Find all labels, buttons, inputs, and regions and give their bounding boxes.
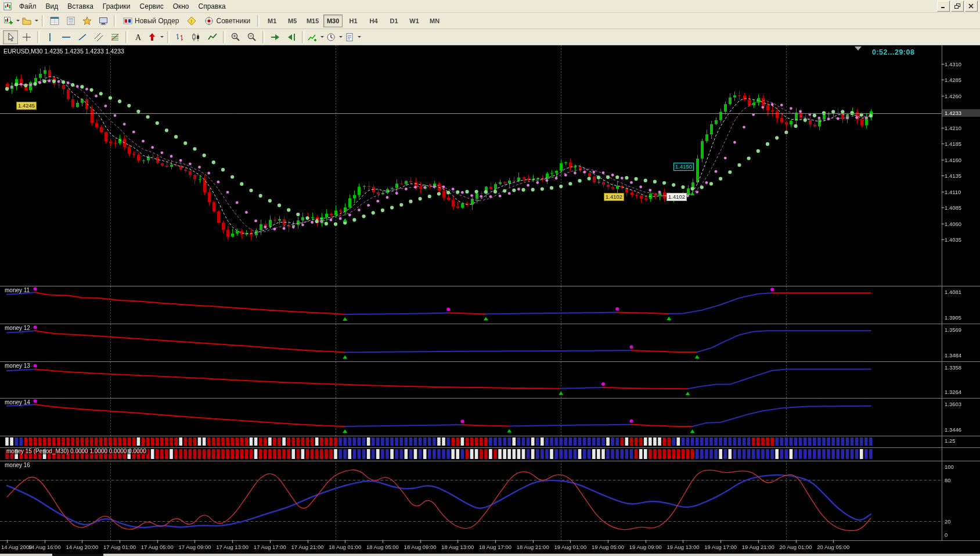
line-studies-toolbar: A	[0, 29, 980, 45]
chart-shift-icon	[287, 33, 296, 42]
restore-button[interactable]	[951, 1, 964, 12]
window-buttons	[937, 1, 980, 12]
menu-help[interactable]: Справка	[194, 1, 230, 12]
fibonacci-retracement-button[interactable]	[107, 30, 123, 44]
timeframe-h4-button[interactable]: H4	[364, 15, 383, 27]
profiles-icon	[22, 16, 31, 26]
timeframe-m5-button[interactable]: M5	[283, 15, 302, 27]
profiles-button[interactable]	[21, 14, 39, 28]
toolbar-separator	[223, 31, 225, 43]
timeframe-h1-button[interactable]: H1	[344, 15, 363, 27]
cursor-button[interactable]	[3, 30, 18, 44]
zoom-out-button[interactable]	[244, 30, 260, 44]
zoom-in-icon	[231, 33, 240, 42]
svg-text:!: !	[191, 18, 193, 24]
menu-charts[interactable]: Графики	[98, 1, 135, 12]
chart-shift-button[interactable]	[284, 30, 299, 44]
toolbar-separator	[37, 31, 39, 43]
dropdown-caret-icon	[339, 36, 343, 38]
new-chart-icon	[3, 16, 13, 26]
bottom-tab-strip[interactable]	[0, 554, 980, 556]
text-icon: A	[134, 33, 143, 42]
fibonacci-icon	[110, 33, 120, 42]
horizontal-line-icon	[62, 33, 71, 42]
new-chart-button[interactable]	[3, 14, 20, 28]
toolbar-separator	[114, 15, 116, 27]
minimize-button[interactable]	[937, 1, 950, 12]
chart-system-icon[interactable]	[3, 2, 12, 10]
auto-scroll-icon	[271, 33, 280, 42]
navigator-icon	[82, 16, 92, 26]
dropdown-caret-icon	[320, 36, 324, 38]
timeframe-m15-button[interactable]: M15	[303, 15, 322, 27]
toolbar-separator	[167, 31, 170, 43]
templates-button[interactable]	[344, 30, 362, 44]
terminal-button[interactable]	[96, 14, 111, 28]
indicators-list-button[interactable]	[307, 30, 325, 44]
timeframe-m1-button[interactable]: M1	[262, 15, 282, 27]
data-window-icon	[66, 16, 75, 26]
dropdown-caret-icon	[358, 36, 361, 38]
menu-service[interactable]: Сервис	[135, 1, 168, 12]
candlestick-mode-button[interactable]	[189, 30, 204, 44]
crosshair-button[interactable]	[19, 30, 34, 44]
dropdown-caret-icon	[160, 36, 164, 38]
menu-window[interactable]: Окно	[168, 1, 194, 12]
timeframe-m30-button[interactable]: M30	[323, 15, 343, 27]
toolbar-separator	[257, 15, 260, 27]
toolbar-separator	[302, 31, 304, 43]
menu-view[interactable]: Вид	[41, 1, 63, 12]
text-tool-button[interactable]: A	[131, 30, 146, 44]
new-order-icon	[123, 16, 132, 26]
navigator-button[interactable]	[80, 14, 95, 28]
arrows-icon	[147, 33, 157, 42]
candles-icon	[192, 33, 201, 42]
crosshair-icon	[22, 33, 31, 42]
cursor-icon	[6, 33, 15, 42]
market-watch-button[interactable]	[47, 14, 62, 28]
trend-line-button[interactable]	[75, 30, 90, 44]
linechart-icon	[208, 33, 217, 42]
vertical-line-button[interactable]	[42, 30, 57, 44]
dropdown-caret-icon	[16, 20, 20, 21]
line-chart-mode-button[interactable]	[205, 30, 220, 44]
standard-toolbar: Новый Ордер!СоветникиM1M5M15M30H1H4D1W1M…	[0, 13, 980, 29]
timeframe-mn-button[interactable]: MN	[425, 15, 444, 27]
chart-tab-fragment	[52, 554, 103, 556]
svg-text:A: A	[135, 33, 142, 42]
toolbar-separator	[125, 31, 128, 43]
new-order-label: Новый Ордер	[135, 17, 179, 25]
metatrader-window: ФайлВидВставкаГрафикиСервисОкноСправка Н…	[0, 0, 980, 556]
templates-icon	[345, 33, 354, 42]
zoom-in-button[interactable]	[228, 30, 243, 44]
horizontal-line-button[interactable]	[59, 30, 74, 44]
toolbar-separator	[262, 31, 265, 43]
timeframe-w1-button[interactable]: W1	[405, 15, 424, 27]
indicators-icon	[308, 33, 317, 42]
zoom-out-icon	[247, 33, 257, 42]
equidistant-channel-button[interactable]	[91, 30, 106, 44]
auto-scroll-button[interactable]	[268, 30, 283, 44]
vertical-line-icon	[45, 33, 55, 42]
timeframe-d1-button[interactable]: D1	[384, 15, 403, 27]
advisors-label: Советники	[216, 17, 250, 25]
market-watch-icon	[50, 16, 59, 26]
new-order-button[interactable]: Новый Ордер	[119, 14, 183, 28]
menu-insert[interactable]: Вставка	[63, 1, 98, 12]
trend-line-icon	[78, 33, 87, 42]
arrows-tool-button[interactable]	[147, 30, 164, 44]
metaeditor-button[interactable]: !	[184, 14, 199, 28]
close-button[interactable]	[965, 1, 978, 12]
advisors-icon	[204, 16, 214, 26]
bar-chart-mode-button[interactable]	[172, 30, 188, 44]
menu-file[interactable]: Файл	[15, 1, 41, 12]
metaeditor-icon: !	[187, 16, 196, 26]
bars-icon	[175, 33, 185, 42]
data-window-button[interactable]	[63, 14, 78, 28]
dropdown-caret-icon	[35, 20, 38, 21]
menu-bar: ФайлВидВставкаГрафикиСервисОкноСправка	[0, 0, 980, 13]
periods-button[interactable]	[326, 30, 343, 44]
toolbar-separator	[42, 15, 44, 27]
advisors-button[interactable]: Советники	[200, 14, 254, 28]
chart-canvas[interactable]	[0, 45, 980, 556]
